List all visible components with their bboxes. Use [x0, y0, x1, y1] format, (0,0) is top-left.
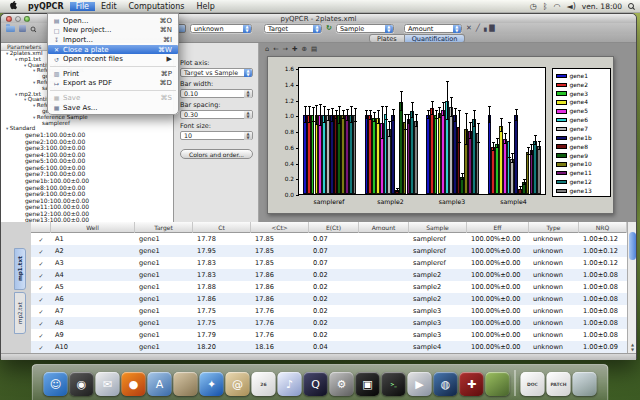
column-header[interactable]: Well: [51, 222, 135, 233]
close-window-button[interactable]: [6, 16, 12, 22]
plate-tab-mp2[interactable]: mp2.txt: [14, 292, 26, 334]
clock-status-icon[interactable]: ◷: [530, 0, 537, 13]
forward-icon[interactable]: →: [283, 45, 288, 53]
bar-spacing-spinner[interactable]: 0.30 ▲▼: [180, 110, 253, 119]
table-row[interactable]: ✓A4gene117.8317.860.02sample2100.00%±0.0…: [31, 269, 627, 281]
apple-menu[interactable]: [4, 0, 22, 13]
menu-edit[interactable]: Edit: [95, 2, 123, 11]
bar-width-spinner[interactable]: 0.10 ▲▼: [180, 89, 253, 98]
plot-axis-select[interactable]: Target vs Sample ▲▼: [180, 68, 253, 77]
column-header[interactable]: Target: [135, 222, 193, 233]
pipette-icon[interactable]: ✕: [466, 23, 472, 34]
dock-icon-patch-file[interactable]: PATCH: [547, 372, 571, 396]
dock-icon-doc-file[interactable]: DOC: [521, 372, 545, 396]
column-header[interactable]: Sample: [409, 222, 467, 233]
menu-item-save[interactable]: ▦Save⌘S: [48, 93, 178, 103]
table-row[interactable]: ✓A7gene117.7517.760.02sample3100.00%±0.0…: [31, 305, 627, 317]
menu-item-close-a-plate[interactable]: ✕Close a plate⌘W: [48, 45, 178, 55]
table-row[interactable]: ✓A9gene117.7917.760.02sample3100.00%±0.0…: [31, 329, 627, 341]
disclosure-triangle-icon[interactable]: ▾: [6, 51, 8, 57]
row-checkbox[interactable]: ✓: [31, 272, 51, 279]
save-file-icon[interactable]: [19, 25, 26, 32]
column-header[interactable]: Amount: [359, 222, 409, 233]
dock-icon-finder[interactable]: ☺: [44, 372, 68, 396]
sample-selector[interactable]: Sample▲▼: [336, 24, 394, 33]
disclosure-triangle-icon[interactable]: ▾: [33, 68, 35, 74]
menu-item-export-as-pdf[interactable]: ↦Export as PDF⌘D: [48, 79, 178, 89]
table-row[interactable]: ✓A5gene117.8817.860.02sample2100.00%±0.0…: [31, 281, 627, 293]
pan-icon[interactable]: ✚: [292, 45, 297, 53]
disclosure-triangle-icon[interactable]: ▾: [24, 97, 26, 103]
wifi-icon[interactable]: ◠: [554, 0, 561, 13]
row-checkbox[interactable]: ✓: [31, 332, 51, 339]
disclosure-triangle-icon[interactable]: ▾: [15, 57, 17, 63]
column-header[interactable]: Type: [529, 222, 579, 233]
plate-tab-mp1[interactable]: mp1.txt: [14, 248, 26, 290]
open-file-icon[interactable]: [6, 26, 15, 32]
zoom-icon[interactable]: ⊕: [302, 45, 307, 53]
chart-icon[interactable]: ▖▇: [484, 23, 495, 34]
menu-computations[interactable]: Computations: [123, 2, 191, 11]
tab-quantification[interactable]: Quantification: [405, 34, 466, 43]
row-checkbox[interactable]: ✓: [31, 320, 51, 327]
dock-icon-text-editor[interactable]: A: [148, 372, 172, 396]
dock-icon-plant[interactable]: [486, 372, 510, 396]
dock-icon-dvd-player[interactable]: ◉: [70, 372, 94, 396]
row-checkbox[interactable]: ✓: [31, 248, 51, 255]
back-icon[interactable]: ←: [273, 45, 278, 53]
bluetooth-icon[interactable]: ᛒ: [543, 0, 548, 13]
column-header[interactable]: [31, 222, 51, 233]
dock-icon-quicktime[interactable]: Q: [304, 372, 328, 396]
menu-bar-clock[interactable]: ven. 18:00: [582, 2, 622, 11]
disclosure-triangle-icon[interactable]: ▾: [33, 80, 35, 86]
dock-icon-game-cube[interactable]: ▣: [356, 372, 380, 396]
table-row[interactable]: ✓A8gene117.7517.760.02sample3100.00%±0.0…: [31, 317, 627, 329]
table-row[interactable]: ✓A10gene118.2018.160.04sample4100.00%±0.…: [31, 341, 627, 353]
menu-item-new-project[interactable]: □New project...⌘N: [48, 26, 178, 36]
zoom-window-button[interactable]: [24, 16, 30, 22]
tab-plates[interactable]: Plates: [369, 34, 405, 43]
menu-item-open-recent-files[interactable]: ↺Open recent files▶: [48, 54, 178, 64]
menu-item-save-as[interactable]: ▦Save As...: [48, 103, 178, 113]
dock-icon-firefox[interactable]: ●: [122, 372, 146, 396]
table-row[interactable]: ✓A6gene117.8617.860.02sample2100.00%±0.0…: [31, 293, 627, 305]
spotlight-icon[interactable]: [628, 3, 634, 9]
colors-and-order-button[interactable]: Colors and order...: [180, 149, 253, 159]
row-checkbox[interactable]: ✓: [31, 284, 51, 291]
dock-icon-system-preferences[interactable]: ⚙: [330, 372, 354, 396]
menu-item-import[interactable]: ↧Import...⌘I: [48, 35, 178, 45]
row-checkbox[interactable]: ✓: [31, 308, 51, 315]
disclosure-triangle-icon[interactable]: ▾: [6, 126, 8, 132]
dock-icon-mail[interactable]: ✉: [96, 372, 120, 396]
row-checkbox[interactable]: ✓: [31, 344, 51, 351]
disclosure-triangle-icon[interactable]: ▾: [24, 63, 26, 69]
disclosure-triangle-icon[interactable]: ▾: [33, 115, 35, 121]
menu-help[interactable]: Help: [190, 2, 220, 11]
dock-icon-trash[interactable]: [573, 372, 597, 396]
dock-icon-image-viewer[interactable]: ▶: [408, 372, 432, 396]
pencil-icon[interactable]: ╱: [476, 23, 480, 34]
menu-file[interactable]: File: [70, 2, 95, 11]
search-icon[interactable]: [31, 26, 36, 31]
dock-icon-dictionary[interactable]: ✚: [460, 372, 484, 396]
table-scrollbar[interactable]: ▲▼: [627, 222, 636, 353]
refresh-icon[interactable]: ↻: [326, 23, 332, 34]
volume-icon[interactable]: ◄): [567, 0, 576, 13]
dock-icon-itunes[interactable]: ♪: [278, 372, 302, 396]
plate-selector[interactable]: unknown▲▼: [190, 24, 252, 33]
table-row[interactable]: ✓A2gene117.9517.850.07sampleref100.00%±0…: [31, 245, 627, 257]
dock-icon-ical[interactable]: 26: [252, 372, 276, 396]
target-selector[interactable]: Target▲▼: [264, 24, 322, 33]
row-checkbox[interactable]: ✓: [31, 236, 51, 243]
dock-icon-terminal[interactable]: >_: [382, 372, 406, 396]
disclosure-triangle-icon[interactable]: ▾: [15, 92, 17, 98]
scrollbar-arrows[interactable]: ▲▼: [628, 343, 636, 352]
table-row[interactable]: ✓A1gene117.7817.850.07sampleref100.00%±0…: [31, 233, 627, 245]
disclosure-triangle-icon[interactable]: ▾: [33, 103, 35, 109]
dock-icon-gimp[interactable]: [174, 372, 198, 396]
minimize-window-button[interactable]: [15, 16, 21, 22]
home-icon[interactable]: ⌂: [265, 45, 269, 53]
dock-icon-address-book[interactable]: @: [226, 372, 250, 396]
font-size-spinner[interactable]: 10 ▲▼: [180, 131, 253, 140]
column-header[interactable]: NRQ: [579, 222, 627, 233]
